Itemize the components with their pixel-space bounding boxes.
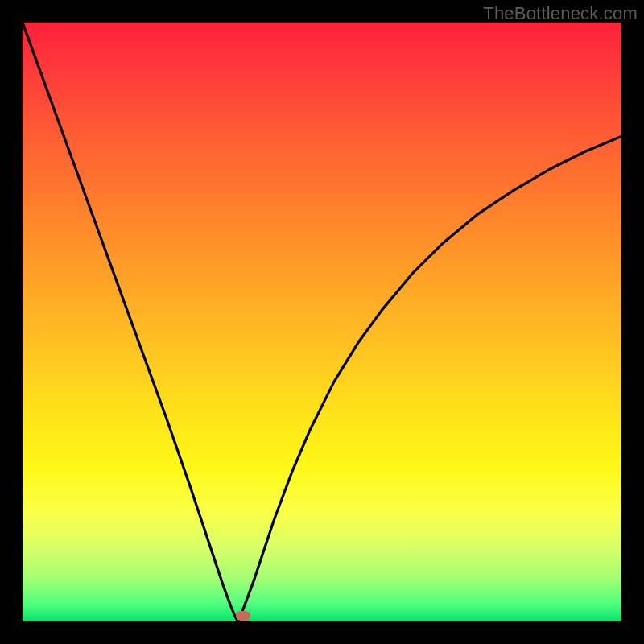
plot-area <box>23 23 621 621</box>
curve-layer <box>23 23 621 621</box>
curve-right-branch <box>238 136 621 621</box>
watermark-text: TheBottleneck.com <box>483 3 638 24</box>
minimum-marker <box>236 611 250 621</box>
chart-frame: TheBottleneck.com <box>0 0 644 644</box>
curve-left-branch <box>23 23 238 621</box>
